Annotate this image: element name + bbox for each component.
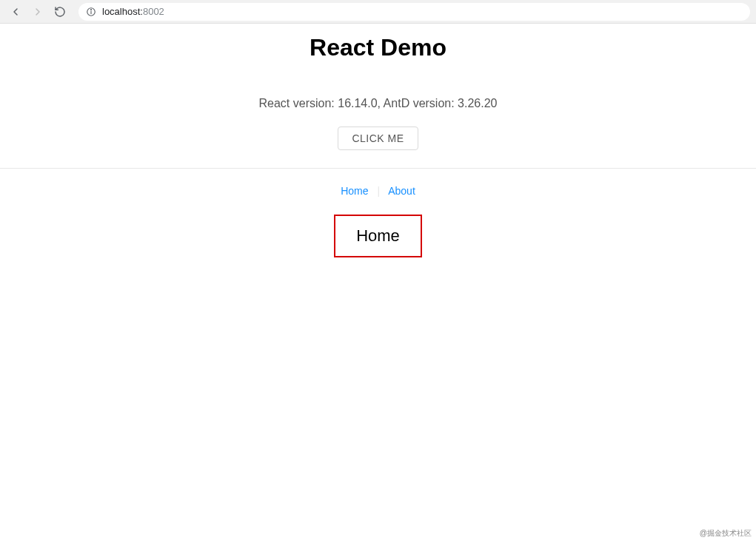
nav-buttons: [6, 5, 67, 18]
watermark: @掘金技术社区: [700, 528, 752, 539]
back-icon[interactable]: [9, 5, 22, 18]
url-host: localhost:: [102, 6, 143, 17]
info-icon: [86, 7, 96, 17]
divider: [0, 168, 756, 169]
click-me-button[interactable]: CLICK ME: [338, 127, 418, 150]
address-bar[interactable]: localhost:8002: [78, 3, 750, 21]
svg-point-2: [91, 9, 92, 10]
nav-link-home[interactable]: Home: [341, 185, 368, 197]
nav-link-about[interactable]: About: [388, 185, 415, 197]
page-title: React Demo: [0, 34, 756, 61]
url-port: 8002: [143, 6, 164, 17]
reload-icon[interactable]: [53, 5, 67, 18]
browser-toolbar: localhost:8002: [0, 0, 756, 24]
route-heading: Home: [334, 215, 422, 257]
nav-links: Home | About: [0, 185, 756, 197]
version-text: React version: 16.14.0, AntD version: 3.…: [0, 97, 756, 110]
url-text: localhost:8002: [102, 6, 164, 17]
nav-separator: |: [377, 185, 380, 197]
forward-icon[interactable]: [31, 5, 44, 18]
page-content: React Demo React version: 16.14.0, AntD …: [0, 34, 756, 257]
